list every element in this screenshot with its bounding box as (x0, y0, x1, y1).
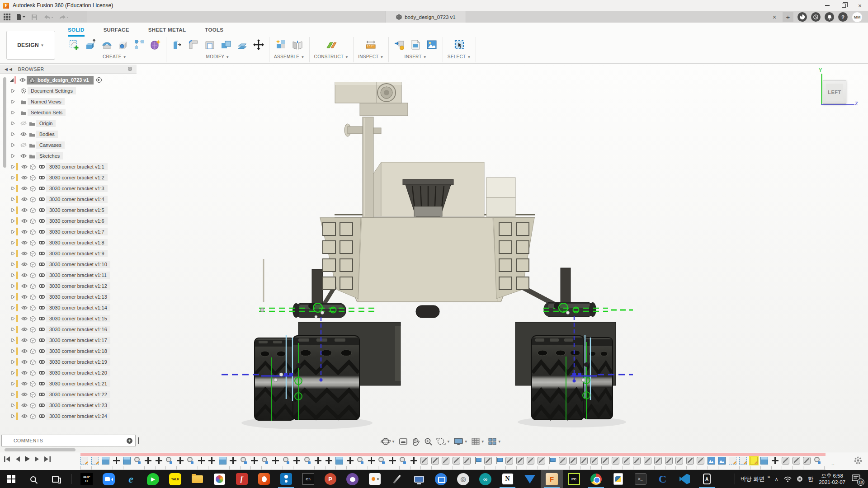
timeline-feature-flag-icon[interactable] (495, 457, 503, 465)
timeline-feature-link-icon[interactable] (623, 457, 630, 465)
ribbon-tab-surface[interactable]: SURFACE (104, 27, 129, 37)
sound-muted-icon[interactable] (797, 476, 803, 482)
browser-component-item[interactable]: 3030 corner bracket v1:10 (0, 259, 137, 270)
expand-icon[interactable] (10, 110, 16, 115)
zoom-icon[interactable] (424, 437, 433, 446)
activate-component-icon[interactable] (96, 77, 102, 83)
timeline-feature-link-icon[interactable] (431, 457, 439, 465)
browser-component-item[interactable]: 3030 corner bracket v1:7 (0, 226, 137, 237)
timeline-feature-move-icon[interactable] (250, 457, 258, 465)
eye-icon[interactable] (20, 327, 28, 332)
eye-icon[interactable] (20, 338, 28, 343)
timeline-feature-move-icon[interactable] (771, 457, 779, 465)
active-document-tab[interactable]: body_design_0723 v1 (386, 11, 466, 23)
taskbar-paint-icon[interactable] (208, 470, 231, 488)
browser-component-item[interactable]: 3030 corner bracket v1:20 (0, 367, 137, 378)
fit-icon[interactable]: ▼ (436, 437, 450, 446)
minimize-button[interactable] (819, 0, 835, 11)
component-label[interactable]: 3030 corner bracket v1:18 (46, 347, 110, 355)
folder-label[interactable]: Sketches (36, 152, 63, 160)
browser-component-item[interactable]: 3030 corner bracket v1:18 (0, 346, 137, 357)
taskbar-band-icon[interactable]: ▶ (142, 470, 164, 488)
timeline-feature-joint-icon[interactable] (134, 457, 142, 465)
folder-label[interactable]: Origin (36, 120, 56, 127)
eye-icon[interactable] (20, 403, 28, 408)
close-tab-icon[interactable]: × (770, 14, 778, 21)
clock[interactable]: 오후 6:58 2021-02-07 (819, 473, 845, 485)
browser-folder-selection-sets[interactable]: Selection Sets (0, 107, 137, 118)
timeline-feature-canvas-icon[interactable] (718, 457, 726, 465)
timeline-feature-extrude-icon[interactable] (335, 457, 343, 465)
timeline-feature-link-icon[interactable] (442, 457, 449, 465)
expand-icon[interactable] (10, 154, 16, 158)
taskbar-powerpoint-icon[interactable]: P (319, 470, 341, 488)
timeline-feature-sketch-active-icon[interactable] (750, 457, 758, 465)
timeline-feature-move-icon[interactable] (113, 457, 120, 465)
timeline-feature-joint-icon[interactable] (240, 457, 248, 465)
timeline-feature-link-icon[interactable] (686, 457, 694, 465)
browser-component-item[interactable]: 3030 corner bracket v1:17 (0, 335, 137, 346)
timeline-feature-link-icon[interactable] (484, 457, 492, 465)
browser-folder-bodies[interactable]: Bodies (0, 129, 137, 140)
eye-icon[interactable] (20, 316, 28, 321)
expand-icon[interactable] (10, 143, 16, 147)
eye-icon[interactable] (20, 208, 28, 212)
rectangular-pattern-icon[interactable] (133, 39, 145, 51)
browser-folder-canvases[interactable]: Canvases (0, 140, 137, 150)
eye-icon[interactable] (20, 284, 28, 288)
taskbar-chitubox-icon[interactable]: 3DP C (75, 470, 98, 488)
timeline-feature-joint-icon[interactable] (357, 457, 364, 465)
save-icon[interactable] (31, 14, 38, 20)
eye-icon[interactable] (19, 121, 28, 126)
expand-icon[interactable] (10, 381, 16, 386)
timeline-feature-link-icon[interactable] (527, 457, 534, 465)
taskbar-arduino-icon[interactable]: ∞ (474, 470, 496, 488)
ribbon-tab-tools[interactable]: TOOLS (205, 27, 223, 37)
timeline-feature-link-icon[interactable] (612, 457, 619, 465)
expand-icon[interactable] (10, 197, 16, 202)
expand-icon[interactable] (10, 295, 16, 299)
canvas-icon[interactable] (426, 39, 438, 51)
browser-component-item[interactable]: 3030 corner bracket v1:12 (0, 281, 137, 291)
new-tab-icon[interactable]: + (783, 12, 793, 22)
component-label[interactable]: 3030 corner bracket v1:22 (46, 391, 110, 398)
taskbar-office-icon[interactable] (253, 470, 275, 488)
timeline-feature-link-icon[interactable] (697, 457, 704, 465)
browser-component-item[interactable]: 3030 corner bracket v1:15 (0, 313, 137, 324)
eye-icon[interactable] (20, 392, 28, 397)
toolbar-chevron-icon[interactable]: » (767, 474, 770, 479)
component-label[interactable]: 3030 corner bracket v1:21 (46, 380, 110, 387)
browser-component-item[interactable]: 3030 corner bracket v1:8 (0, 237, 137, 248)
undo-icon[interactable] (43, 14, 53, 20)
workspace-selector[interactable]: DESIGN ▼ (6, 31, 55, 60)
taskbar-flash-icon[interactable]: f (231, 470, 253, 488)
ribbon-group-label[interactable]: MODIFY ▼ (206, 54, 230, 59)
taskbar-my-computer-icon[interactable] (408, 470, 430, 488)
expand-icon[interactable] (10, 262, 16, 267)
timeline-feature-joint-icon[interactable] (187, 457, 194, 465)
timeline-feature-link-icon[interactable] (569, 457, 577, 465)
add-comment-icon[interactable]: + (127, 438, 132, 444)
timeline-feature-link-icon[interactable] (665, 457, 673, 465)
component-label[interactable]: 3030 corner bracket v1:20 (46, 369, 110, 376)
timeline-feature-move-icon[interactable] (229, 457, 237, 465)
browser-component-item[interactable]: 3030 corner bracket v1:1 (0, 161, 137, 172)
step-forward-button[interactable] (34, 456, 40, 464)
component-label[interactable]: 3030 corner bracket v1:12 (46, 282, 110, 290)
extrude-icon[interactable] (84, 39, 96, 51)
browser-component-item[interactable]: 3030 corner bracket v1:13 (0, 291, 137, 302)
eye-icon[interactable] (20, 349, 28, 353)
timeline-feature-sketch-icon[interactable] (80, 457, 88, 465)
expand-icon[interactable] (10, 251, 16, 256)
taskbar-vscode-icon[interactable] (674, 470, 696, 488)
timeline-feature-link-icon[interactable] (463, 457, 471, 465)
eye-icon[interactable] (20, 219, 28, 223)
eye-icon[interactable] (20, 273, 28, 277)
browser-component-item[interactable]: 3030 corner bracket v1:6 (0, 216, 137, 226)
component-label[interactable]: 3030 corner bracket v1:1 (46, 163, 108, 170)
ribbon-group-label[interactable]: CREATE ▼ (103, 54, 127, 59)
component-label[interactable]: 3030 corner bracket v1:3 (46, 185, 108, 192)
timeline-feature-extrude-icon[interactable] (102, 457, 109, 465)
viewports-icon[interactable]: ▼ (488, 437, 501, 446)
timeline-feature-joint-icon[interactable] (283, 457, 290, 465)
